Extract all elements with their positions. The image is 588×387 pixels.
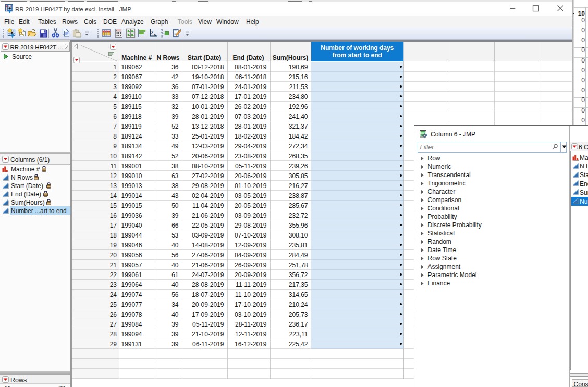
svg-text:x: x: [154, 32, 156, 37]
